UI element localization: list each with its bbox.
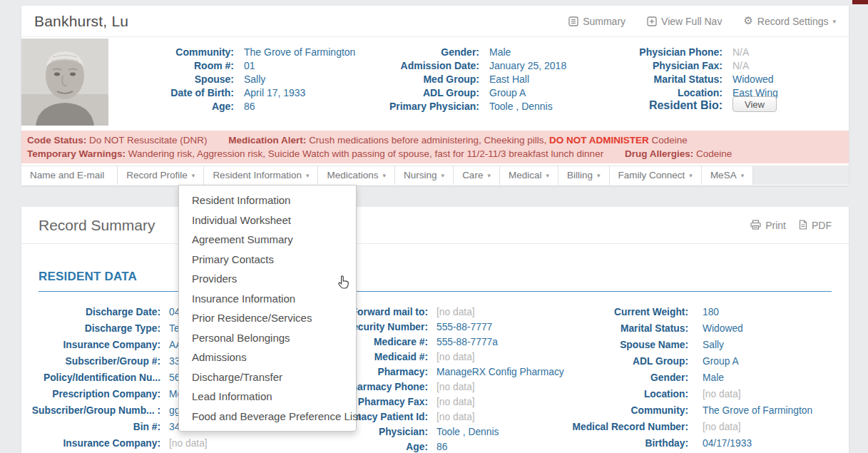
- drug-allergies-value: Codeine: [696, 148, 732, 159]
- data-row: Medical Record Number: [no data]: [478, 420, 812, 437]
- nav-item[interactable]: Resident Information ▾: [204, 166, 318, 185]
- dropdown-item[interactable]: Prior Residence/Services: [179, 308, 356, 328]
- nav-bar: Name and E-mail Record Profile ▾ Residen…: [21, 166, 753, 185]
- field-label: Gender:: [478, 371, 688, 387]
- record-nav: Name and E-mail Record Profile ▾ Residen…: [21, 166, 849, 185]
- nav-item[interactable]: Family Connect ▾: [610, 166, 702, 185]
- chevron-down-icon: ▾: [192, 166, 195, 185]
- field-label: Prescription Company:: [30, 387, 160, 404]
- dropdown-item[interactable]: Primary Contacts: [179, 250, 356, 270]
- field-label: Policy/Identification Nu...: [30, 371, 160, 387]
- document-icon: [799, 220, 807, 232]
- nav-item[interactable]: Medications ▾: [318, 166, 395, 185]
- data-row: Gender: Male: [478, 371, 812, 387]
- field-value: [no data]: [169, 437, 208, 453]
- nav-item-label: Resident Information: [213, 166, 302, 185]
- nav-item[interactable]: MeSA ▾: [702, 166, 753, 185]
- view-full-nav-label: View Full Nav: [661, 16, 722, 27]
- view-full-nav-button[interactable]: View Full Nav: [647, 16, 722, 27]
- printer-icon: [750, 220, 761, 232]
- nav-item[interactable]: Billing ▾: [558, 166, 610, 185]
- dropdown-item[interactable]: Discharge/Transfer: [179, 367, 356, 387]
- profile-row: Physician Phone: N/A: [563, 46, 778, 59]
- record-settings-button[interactable]: ⚙ Record Settings ▾: [743, 16, 836, 27]
- data-row: Community: The Grove of Farmington: [478, 404, 812, 420]
- print-button[interactable]: Print: [750, 220, 786, 232]
- field-value: Sally: [244, 73, 265, 86]
- field-label: Spouse:: [128, 73, 234, 86]
- nav-item-label: Record Profile: [126, 166, 188, 185]
- field-value: Male: [489, 46, 511, 59]
- field-value: East Hall: [489, 73, 529, 86]
- field-value: [no data]: [436, 350, 475, 365]
- header-actions: Summary View Full Nav ⚙ Record Settings …: [568, 16, 836, 27]
- dropdown-item[interactable]: Lead Information: [179, 387, 356, 407]
- field-label: Age:: [257, 440, 428, 453]
- resident-bio-row: Resident Bio: View: [563, 98, 777, 112]
- medication-alert-drug: Codeine: [652, 135, 688, 146]
- record-summary-header: Record Summary Print PDF: [21, 207, 849, 234]
- drug-allergies-label: Drug Allergies:: [625, 148, 693, 159]
- dropdown-item[interactable]: Food and Beverage Preference List: [179, 407, 356, 427]
- dropdown-item[interactable]: Personal Belongings: [179, 328, 356, 348]
- resident-information-dropdown: Resident InformationIndividual Worksheet…: [178, 185, 357, 432]
- nav-item[interactable]: Name and E-mail: [21, 166, 118, 185]
- data-row: Spouse Name: Sally: [478, 338, 812, 355]
- field-label: Location:: [478, 387, 688, 404]
- pdf-button[interactable]: PDF: [799, 220, 832, 232]
- field-label: Age:: [128, 100, 234, 113]
- profile-row: Marital Status: Widowed: [563, 73, 778, 86]
- field-label: Discharge Type:: [30, 322, 160, 338]
- dropdown-item[interactable]: Insurance Information: [179, 289, 356, 309]
- data-row: Birthday: 04/17/1933: [478, 437, 812, 453]
- nav-item[interactable]: Care ▾: [454, 166, 500, 185]
- data-row: Current Weight: 180: [478, 305, 812, 322]
- temporary-warnings-value: Wandering risk, Aggression risk, Suicide…: [128, 148, 603, 159]
- field-label: Subscriber/Group #:: [30, 355, 160, 371]
- alert-line-2: Temporary Warnings: Wandering risk, Aggr…: [27, 147, 843, 161]
- field-label: Physician Phone:: [563, 46, 723, 59]
- profile-row: Primary Physician: Toole , Dennis: [321, 100, 566, 113]
- chevron-down-icon: ▾: [546, 166, 549, 185]
- field-label: Discharge Date:: [30, 305, 160, 322]
- profile-column-3: Physician Phone: N/A Physician Fax: N/A …: [563, 46, 778, 100]
- field-value: January 25, 2018: [489, 59, 566, 73]
- field-value: Toole , Dennis: [489, 100, 553, 113]
- nav-item[interactable]: Nursing ▾: [395, 166, 454, 185]
- alert-bar: Code Status: Do NOT Resuscitate (DNR) Me…: [21, 131, 849, 163]
- dropdown-item[interactable]: Resident Information: [179, 190, 356, 210]
- nav-item-label: Nursing: [404, 166, 437, 185]
- field-label: Insurance Company:: [30, 338, 160, 355]
- field-label: ADL Group:: [478, 355, 688, 371]
- alert-line-1: Code Status: Do NOT Resuscitate (DNR) Me…: [27, 133, 843, 147]
- temporary-warnings-label: Temporary Warnings:: [27, 148, 126, 159]
- field-value: 86: [244, 100, 255, 113]
- dropdown-item[interactable]: Agreement Summary: [179, 230, 356, 250]
- resident-data-column-3: Current Weight: 180 Marital Status: Wido…: [478, 305, 812, 453]
- resident-bio-view-button[interactable]: View: [732, 96, 777, 112]
- profile-row: Admission Date: January 25, 2018: [321, 59, 566, 73]
- record-settings-label: Record Settings: [757, 16, 829, 27]
- field-label: Resident Bio:: [563, 98, 723, 112]
- nav-item[interactable]: Record Profile ▾: [118, 166, 204, 185]
- profile-row: ADL Group: Group A: [321, 86, 566, 100]
- dropdown-item[interactable]: Providers: [179, 269, 356, 289]
- nav-item-label: Care: [462, 166, 483, 185]
- resident-photo: [21, 39, 108, 126]
- nav-item-label: Family Connect: [618, 166, 685, 185]
- field-value: The Grove of Farmington: [703, 404, 812, 420]
- dropdown-item[interactable]: Individual Worksheet: [179, 210, 356, 230]
- chevron-down-icon: ▾: [487, 166, 491, 185]
- chevron-down-icon: ▾: [597, 166, 601, 185]
- field-label: Insurance Company:: [30, 437, 160, 453]
- field-label: Marital Status:: [563, 73, 723, 86]
- field-value: 86: [436, 440, 447, 453]
- record-summary-panel: Record Summary Print PDF RESIDENT DATA D…: [21, 207, 849, 453]
- dropdown-item[interactable]: Admissions: [179, 347, 356, 367]
- chevron-down-icon: ▾: [383, 166, 387, 185]
- pdf-label: PDF: [812, 220, 832, 231]
- nav-item[interactable]: Medical ▾: [500, 166, 558, 185]
- summary-button[interactable]: Summary: [568, 16, 626, 27]
- nav-item-label: Billing: [567, 166, 593, 185]
- field-label: Birthday:: [478, 437, 688, 453]
